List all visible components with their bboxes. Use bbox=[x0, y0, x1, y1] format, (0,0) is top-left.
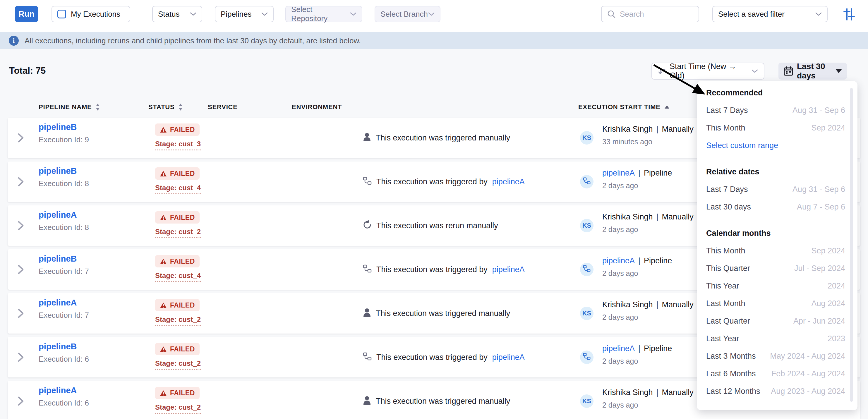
my-executions-toggle[interactable]: My Executions bbox=[52, 6, 130, 22]
date-menu-item[interactable]: Select custom range bbox=[706, 137, 845, 154]
date-menu-item[interactable]: Last Quarter Apr - Jun 2024 bbox=[706, 312, 845, 330]
sort-dropdown[interactable]: Start Time (New → Old) bbox=[651, 63, 765, 79]
trigger-pipeline-link[interactable]: pipelineA bbox=[492, 265, 525, 274]
starter-name[interactable]: pipelineA bbox=[602, 168, 635, 178]
stage-link[interactable]: Stage: cust_2 bbox=[155, 315, 201, 326]
trigger-text: This execution was triggered manually bbox=[376, 309, 510, 318]
status-badge: FAILED bbox=[155, 211, 199, 224]
date-menu-item[interactable]: Last 7 Days Aug 31 - Sep 6 bbox=[706, 181, 845, 198]
execution-id: Execution Id: 8 bbox=[39, 179, 89, 188]
stage-link[interactable]: Stage: cust_4 bbox=[155, 271, 201, 282]
start-time: 2 days ago bbox=[602, 357, 638, 365]
expand-chevron-icon[interactable] bbox=[18, 133, 24, 144]
stage-label: Stage: cust_2 bbox=[155, 403, 201, 411]
trigger-rerun-icon bbox=[363, 220, 372, 231]
date-menu-item[interactable]: Last 30 days Aug 7 - Sep 6 bbox=[706, 198, 845, 216]
starter-line: pipelineA | Pipeline bbox=[602, 168, 672, 178]
expand-chevron-icon[interactable] bbox=[18, 221, 24, 232]
starter-type: Manually bbox=[662, 213, 693, 222]
starter-separator: | bbox=[638, 168, 640, 178]
column-header-pipeline-name[interactable]: PIPELINE NAME bbox=[39, 98, 100, 117]
status-dropdown-label: Status bbox=[158, 10, 180, 19]
date-menu-item-value: Sep 2024 bbox=[811, 124, 845, 133]
start-time: 2 days ago bbox=[602, 182, 638, 190]
status-label: FAILED bbox=[170, 214, 195, 222]
pipelines-dropdown[interactable]: Pipelines bbox=[215, 6, 274, 22]
starter-name[interactable]: pipelineA bbox=[602, 344, 635, 353]
date-menu-item[interactable]: Last 12 Months Aug 2023 - Aug 2024 bbox=[706, 382, 845, 400]
starter-separator: | bbox=[638, 344, 640, 353]
chevron-down-icon bbox=[815, 12, 822, 16]
select-branch-dropdown[interactable]: Select Branch bbox=[375, 6, 440, 22]
date-menu-item[interactable]: Last 6 Months Feb 2024 - Aug 2024 bbox=[706, 365, 845, 382]
expand-chevron-icon[interactable] bbox=[18, 177, 24, 188]
info-icon: i bbox=[9, 36, 19, 46]
trigger-user-icon bbox=[363, 396, 371, 407]
column-header-execution-start-time[interactable]: EXECUTION START TIME bbox=[578, 98, 670, 117]
pipeline-name-link[interactable]: pipelineB bbox=[39, 122, 77, 132]
starter-separator: | bbox=[656, 213, 658, 222]
trigger-pipeline-link[interactable]: pipelineA bbox=[492, 353, 525, 362]
pipeline-name-link[interactable]: pipelineA bbox=[39, 210, 77, 220]
pipeline-name-link[interactable]: pipelineA bbox=[39, 298, 77, 308]
status-label: FAILED bbox=[170, 257, 195, 265]
trigger-text: This execution was rerun manually bbox=[376, 221, 498, 230]
saved-filter-dropdown[interactable]: Select a saved filter bbox=[712, 6, 828, 22]
date-menu-item[interactable]: Last Year 2023 bbox=[706, 330, 845, 347]
date-menu-item[interactable]: This Year 2024 bbox=[706, 277, 845, 295]
expand-chevron-icon[interactable] bbox=[18, 352, 24, 363]
pipeline-name-link[interactable]: pipelineA bbox=[39, 386, 77, 395]
execution-id: Execution Id: 7 bbox=[39, 311, 89, 320]
starter-separator: | bbox=[656, 300, 658, 309]
starter-separator: | bbox=[638, 256, 640, 265]
date-menu-item[interactable]: This Quarter Jul - Sep 2024 bbox=[706, 260, 845, 277]
filter-settings-icon[interactable] bbox=[842, 8, 856, 22]
date-menu-item[interactable]: Last 7 Days Aug 31 - Sep 6 bbox=[706, 101, 845, 119]
pipeline-name-link[interactable]: pipelineB bbox=[39, 342, 77, 351]
date-range-button[interactable]: Last 30 days bbox=[778, 63, 847, 79]
warning-icon bbox=[160, 258, 167, 264]
column-header-status[interactable]: STATUS bbox=[148, 98, 183, 117]
date-menu-item[interactable]: Last Month Aug 2024 bbox=[706, 295, 845, 312]
select-repository-dropdown[interactable]: Select Repository bbox=[285, 6, 362, 22]
toolbar: Run My Executions Status Pipelines Selec… bbox=[0, 0, 868, 28]
starter-name[interactable]: pipelineA bbox=[602, 256, 635, 265]
starter-line: pipelineA | Pipeline bbox=[602, 344, 672, 353]
date-menu-item[interactable]: This Month Sep 2024 bbox=[706, 242, 845, 260]
sort-updown-icon bbox=[95, 103, 100, 111]
stage-label: Stage: cust_2 bbox=[155, 315, 201, 323]
executions-page: Run My Executions Status Pipelines Selec… bbox=[0, 0, 868, 419]
expand-chevron-icon[interactable] bbox=[18, 264, 24, 276]
expand-chevron-icon[interactable] bbox=[18, 309, 24, 320]
trigger-pipeline-icon bbox=[363, 176, 372, 187]
status-label: FAILED bbox=[170, 345, 195, 353]
stage-link[interactable]: Stage: cust_4 bbox=[155, 184, 201, 194]
expand-chevron-icon[interactable] bbox=[18, 396, 24, 407]
date-menu-section: Relative dates Last 7 Days Aug 31 - Sep … bbox=[706, 163, 845, 216]
stage-link[interactable]: Stage: cust_2 bbox=[155, 403, 201, 414]
trigger-pipeline-link[interactable]: pipelineA bbox=[492, 177, 525, 186]
date-menu-item[interactable]: Last 3 Months May 2024 - Aug 2024 bbox=[706, 347, 845, 365]
date-menu-item-value: Aug 31 - Sep 6 bbox=[793, 106, 845, 115]
stage-link[interactable]: Stage: cust_3 bbox=[155, 140, 201, 151]
date-menu-item-label: Last Year bbox=[706, 334, 739, 343]
status-dropdown[interactable]: Status bbox=[152, 6, 202, 22]
search-input[interactable]: Search bbox=[601, 6, 699, 22]
warning-icon bbox=[160, 127, 167, 133]
trigger-cell: This execution was triggered manually bbox=[363, 381, 510, 419]
date-menu-item[interactable]: This Month Sep 2024 bbox=[706, 119, 845, 137]
pipeline-name-link[interactable]: pipelineB bbox=[39, 254, 77, 264]
pipeline-name-link[interactable]: pipelineB bbox=[39, 166, 77, 176]
status-label: FAILED bbox=[170, 126, 195, 134]
date-menu-item-label: Last 7 Days bbox=[706, 185, 748, 194]
status-label: FAILED bbox=[170, 170, 195, 178]
run-button[interactable]: Run bbox=[15, 6, 38, 22]
date-menu-section: Recommended Last 7 Days Aug 31 - Sep 6 T… bbox=[706, 84, 845, 154]
date-menu-item-label: Last 12 Months bbox=[706, 387, 760, 396]
start-time: 2 days ago bbox=[602, 401, 638, 409]
date-menu-item-label: This Year bbox=[706, 282, 739, 291]
my-executions-checkbox[interactable] bbox=[57, 10, 66, 19]
stage-link[interactable]: Stage: cust_2 bbox=[155, 228, 201, 238]
stage-link[interactable]: Stage: cust_2 bbox=[155, 359, 201, 370]
menu-scrollbar[interactable] bbox=[850, 88, 853, 402]
